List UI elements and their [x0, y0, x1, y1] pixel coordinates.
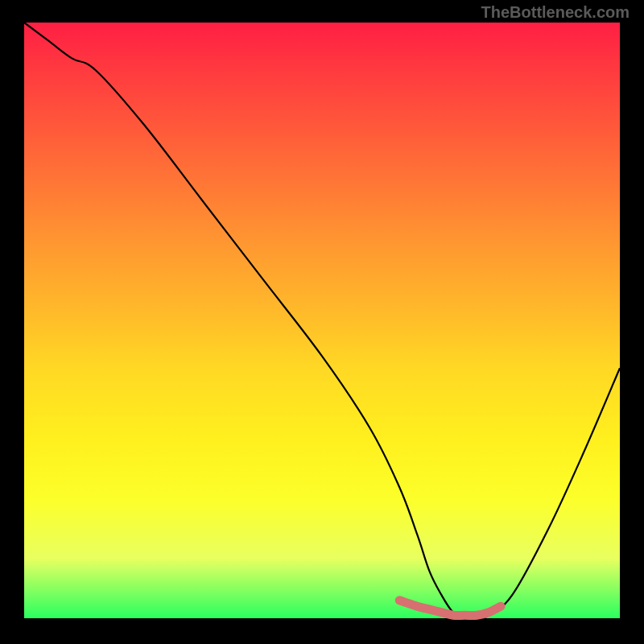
watermark-text: TheBottleneck.com [481, 3, 630, 22]
chart-svg [24, 23, 620, 618]
bottleneck-curve-line [24, 23, 620, 619]
chart-plot-area [24, 23, 620, 618]
